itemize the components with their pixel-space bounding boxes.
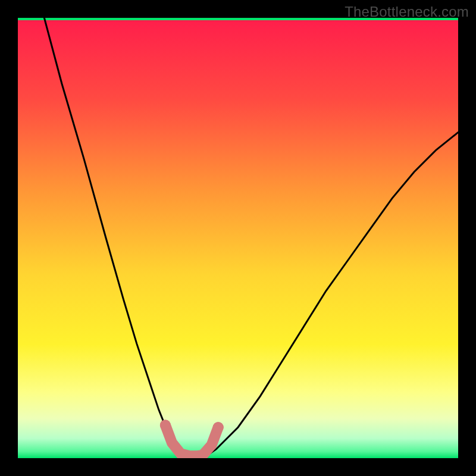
watermark-text: TheBottleneck.com <box>345 4 469 20</box>
plot-area <box>18 18 458 458</box>
curve-marker-dot <box>213 422 224 433</box>
bottleneck-curve <box>18 18 458 458</box>
chart-frame: TheBottleneck.com <box>0 0 476 476</box>
curve-marker-dot <box>160 420 171 431</box>
